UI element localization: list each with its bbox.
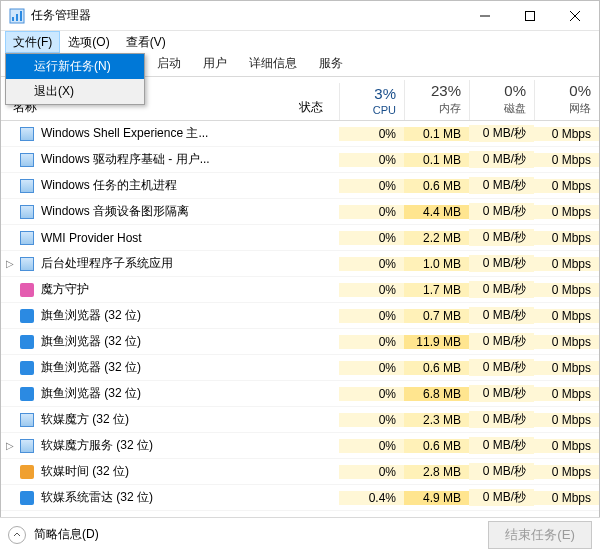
column-network[interactable]: 0% 网络 [534,80,599,120]
process-name: 魔方守护 [41,281,299,298]
cell-network: 0 Mbps [534,231,599,245]
menu-exit[interactable]: 退出(X) [6,79,144,104]
close-button[interactable] [552,1,597,30]
column-disk[interactable]: 0% 磁盘 [469,80,534,120]
process-name: Windows 任务的主机进程 [41,177,299,194]
process-icon [19,490,35,506]
cell-network: 0 Mbps [534,179,599,193]
cell-memory: 1.0 MB [404,257,469,271]
cell-cpu: 0% [339,465,404,479]
column-memory[interactable]: 23% 内存 [404,80,469,120]
tab-details[interactable]: 详细信息 [239,52,307,76]
cell-disk: 0 MB/秒 [469,385,534,402]
cell-disk: 0 MB/秒 [469,463,534,480]
table-row[interactable]: 软媒系统雷达 (32 位)0.4%4.9 MB0 MB/秒0 Mbps [1,485,599,511]
mem-pct: 23% [405,82,461,99]
tab-users[interactable]: 用户 [193,52,237,76]
table-row[interactable]: Windows 驱动程序基础 - 用户...0%0.1 MB0 MB/秒0 Mb… [1,147,599,173]
process-icon [19,308,35,324]
cell-network: 0 Mbps [534,465,599,479]
process-icon [19,282,35,298]
cell-disk: 0 MB/秒 [469,307,534,324]
cell-cpu: 0% [339,387,404,401]
column-cpu[interactable]: 3% CPU [339,83,404,120]
cell-network: 0 Mbps [534,491,599,505]
cell-disk: 0 MB/秒 [469,125,534,142]
svg-rect-3 [20,11,22,21]
cell-network: 0 Mbps [534,205,599,219]
table-row[interactable]: Windows Shell Experience 主...0%0.1 MB0 M… [1,121,599,147]
process-icon [19,178,35,194]
cell-disk: 0 MB/秒 [469,281,534,298]
brief-info-label[interactable]: 简略信息(D) [34,526,99,543]
minimize-button[interactable] [462,1,507,30]
expand-icon[interactable]: ▷ [1,440,19,451]
table-row[interactable]: 软媒时间 (32 位)0%2.8 MB0 MB/秒0 Mbps [1,459,599,485]
table-row[interactable]: 旗鱼浏览器 (32 位)0%0.7 MB0 MB/秒0 Mbps [1,303,599,329]
cell-network: 0 Mbps [534,127,599,141]
expand-icon[interactable]: ▷ [1,258,19,269]
process-icon [19,152,35,168]
cpu-label: CPU [340,104,396,116]
end-task-button[interactable]: 结束任务(E) [488,521,592,549]
cell-cpu: 0% [339,309,404,323]
cell-cpu: 0% [339,257,404,271]
process-icon [19,464,35,480]
table-row[interactable]: 旗鱼浏览器 (32 位)0%6.8 MB0 MB/秒0 Mbps [1,381,599,407]
cell-memory: 0.1 MB [404,127,469,141]
process-name: 旗鱼浏览器 (32 位) [41,333,299,350]
window-title: 任务管理器 [31,7,462,24]
table-row[interactable]: Windows 音频设备图形隔离0%4.4 MB0 MB/秒0 Mbps [1,199,599,225]
cell-cpu: 0% [339,153,404,167]
column-status[interactable]: 状态 [299,99,339,120]
process-name: 软媒魔方 (32 位) [41,411,299,428]
cell-cpu: 0% [339,283,404,297]
process-icon [19,126,35,142]
menu-run-new-task[interactable]: 运行新任务(N) [6,54,144,79]
cell-memory: 4.4 MB [404,205,469,219]
menu-options[interactable]: 选项(O) [60,31,117,53]
cell-cpu: 0% [339,335,404,349]
cell-disk: 0 MB/秒 [469,255,534,272]
process-icon [19,360,35,376]
tab-services[interactable]: 服务 [309,52,353,76]
process-icon [19,204,35,220]
cell-disk: 0 MB/秒 [469,359,534,376]
tab-startup[interactable]: 启动 [147,52,191,76]
chevron-up-icon[interactable] [8,526,26,544]
table-row[interactable]: Windows 任务的主机进程0%0.6 MB0 MB/秒0 Mbps [1,173,599,199]
process-icon [19,386,35,402]
mem-label: 内存 [405,101,461,116]
titlebar: 任务管理器 [1,1,599,31]
table-row[interactable]: 旗鱼浏览器 (32 位)0%11.9 MB0 MB/秒0 Mbps [1,329,599,355]
table-row[interactable]: 魔方守护0%1.7 MB0 MB/秒0 Mbps [1,277,599,303]
net-pct: 0% [535,82,591,99]
svg-rect-5 [525,11,534,20]
menubar: 文件(F) 选项(O) 查看(V) 运行新任务(N) 退出(X) [1,31,599,53]
cell-network: 0 Mbps [534,257,599,271]
cell-disk: 0 MB/秒 [469,229,534,246]
process-icon [19,438,35,454]
cell-network: 0 Mbps [534,283,599,297]
menu-file[interactable]: 文件(F) [5,31,60,53]
table-row[interactable]: 旗鱼浏览器 (32 位)0%0.6 MB0 MB/秒0 Mbps [1,355,599,381]
table-row[interactable]: WMI Provider Host0%2.2 MB0 MB/秒0 Mbps [1,225,599,251]
process-name: 软媒时间 (32 位) [41,463,299,480]
table-row[interactable]: 软媒魔方 (32 位)0%2.3 MB0 MB/秒0 Mbps [1,407,599,433]
cell-disk: 0 MB/秒 [469,203,534,220]
cell-disk: 0 MB/秒 [469,151,534,168]
cell-network: 0 Mbps [534,361,599,375]
table-row[interactable]: ▷后台处理程序子系统应用0%1.0 MB0 MB/秒0 Mbps [1,251,599,277]
cell-cpu: 0% [339,179,404,193]
table-row[interactable]: ▷软媒魔方服务 (32 位)0%0.6 MB0 MB/秒0 Mbps [1,433,599,459]
menu-view[interactable]: 查看(V) [118,31,174,53]
statusbar: 简略信息(D) 结束任务(E) [0,517,600,551]
process-name: Windows Shell Experience 主... [41,125,299,142]
file-dropdown: 运行新任务(N) 退出(X) [5,53,145,105]
cell-network: 0 Mbps [534,387,599,401]
cell-memory: 0.6 MB [404,179,469,193]
cell-cpu: 0.4% [339,491,404,505]
maximize-button[interactable] [507,1,552,30]
process-name: 旗鱼浏览器 (32 位) [41,307,299,324]
process-icon [19,412,35,428]
